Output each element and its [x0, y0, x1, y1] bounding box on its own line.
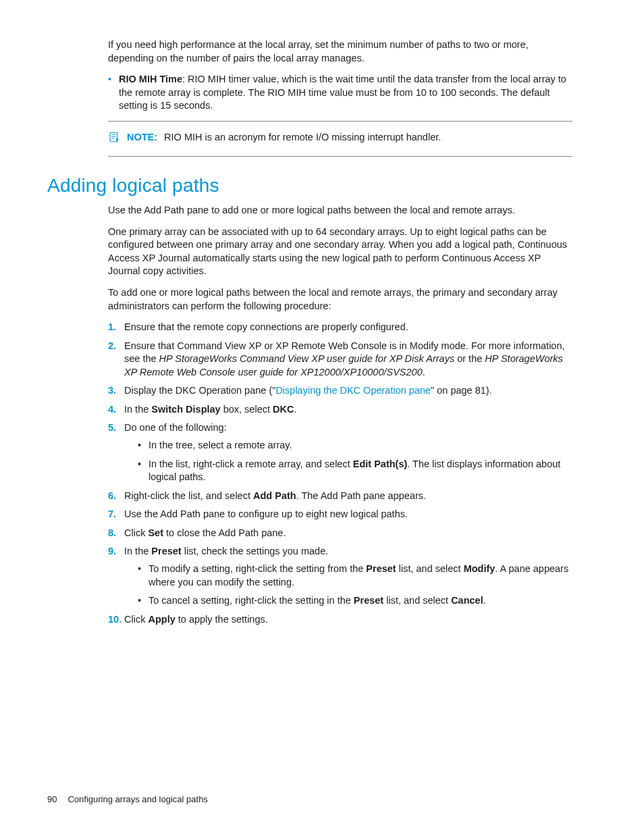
step-4-mid: box, select [221, 404, 273, 415]
step-5-text: Do one of the following: [124, 422, 227, 433]
body-p2: One primary array can be associated with… [108, 226, 572, 278]
s9s1-b: Preset [366, 563, 396, 574]
step-5: Do one of the following: In the tree, se… [108, 421, 572, 484]
step-10: Click Apply to apply the settings. [108, 613, 572, 627]
rio-mih-text: : RIO MIH timer value, which is the wait… [119, 74, 566, 111]
step-6-post: . The Add Path pane appears. [296, 490, 426, 501]
page-number: 90 [47, 794, 57, 804]
step-10-post: to apply the settings. [176, 614, 268, 625]
step-8-post: to close the Add Path pane. [163, 527, 286, 538]
step-3-post: " on page 81). [431, 385, 492, 396]
step-4-end: . [294, 404, 296, 415]
page-footer: 90Configuring arrays and logical paths [47, 793, 208, 806]
step-10-pre: Click [124, 614, 148, 625]
step-1-text: Ensure that the remote copy connections … [124, 321, 408, 332]
step-4-dkc: DKC [273, 404, 294, 415]
step-2-doc1: HP StorageWorks Command View XP user gui… [159, 353, 455, 364]
step-5-sub1-text: In the tree, select a remote array. [149, 440, 292, 450]
step-2-mid: or the [454, 353, 485, 364]
step-5-sub2: In the list, right-click a remote array,… [138, 458, 572, 484]
bullet-icon [108, 73, 119, 113]
s9s2-b: Preset [354, 595, 383, 606]
note-label: NOTE: [127, 132, 157, 142]
step-8-set: Set [148, 527, 163, 538]
section-heading: Adding logical paths [47, 173, 572, 199]
s9s2-e: . [483, 595, 486, 606]
note-icon [108, 131, 127, 147]
step-5-sub2-edit: Edit Path(s) [353, 459, 408, 469]
step-6: Right-click the list, and select Add Pat… [108, 490, 572, 503]
step-3-link[interactable]: Displaying the DKC Operation pane [275, 385, 431, 396]
step-4: In the Switch Display box, select DKC. [108, 403, 572, 417]
body-p3: To add one or more logical paths between… [108, 286, 572, 313]
step-5-sub2-pre: In the list, right-click a remote array,… [149, 459, 353, 469]
step-5-sub1: In the tree, select a remote array. [138, 439, 572, 452]
step-9-sub1: To modify a setting, right-click the set… [138, 563, 572, 589]
s9s2-c: list, and select [383, 595, 451, 606]
step-4-pre: In the [124, 404, 151, 415]
step-3-pre: Display the DKC Operation pane (" [124, 385, 275, 396]
intro-paragraph: If you need high performance at the loca… [108, 38, 572, 65]
s9s1-d: Modify [464, 563, 495, 574]
rio-mih-bullet: RIO MIH Time: RIO MIH timer value, which… [108, 73, 572, 113]
step-9: In the Preset list, check the settings y… [108, 545, 572, 607]
s9s2-a: To cancel a setting, right-click the set… [149, 595, 354, 606]
step-1: Ensure that the remote copy connections … [108, 321, 572, 334]
step-9-sub2: To cancel a setting, right-click the set… [138, 594, 572, 608]
step-9-pre: In the [124, 546, 151, 556]
step-6-pre: Right-click the list, and select [124, 490, 253, 501]
step-2-end: . [423, 367, 425, 377]
note-block: NOTE:RIO MIH is an acronym for remote I/… [108, 121, 572, 157]
step-7: Use the Add Path pane to configure up to… [108, 508, 572, 521]
body-p1: Use the Add Path pane to add one or more… [108, 204, 572, 217]
step-3: Display the DKC Operation pane ("Display… [108, 384, 572, 398]
step-9-preset: Preset [151, 546, 181, 556]
rio-mih-label: RIO MIH Time [119, 74, 182, 84]
step-4-switch: Switch Display [151, 404, 220, 415]
step-9-post: list, check the settings you made. [182, 546, 329, 556]
s9s1-c: list, and select [396, 563, 464, 574]
note-text: RIO MIH is an acronym for remote I/O mis… [164, 132, 441, 142]
footer-title: Configuring arrays and logical paths [68, 794, 207, 804]
s9s1-a: To modify a setting, right-click the set… [149, 563, 366, 574]
step-2: Ensure that Command View XP or XP Remote… [108, 340, 572, 380]
step-8-pre: Click [124, 527, 148, 538]
step-6-add: Add Path [253, 490, 296, 501]
step-10-apply: Apply [148, 614, 175, 625]
s9s2-d: Cancel [451, 595, 483, 606]
step-8: Click Set to close the Add Path pane. [108, 527, 572, 540]
step-7-text: Use the Add Path pane to configure up to… [124, 509, 408, 519]
